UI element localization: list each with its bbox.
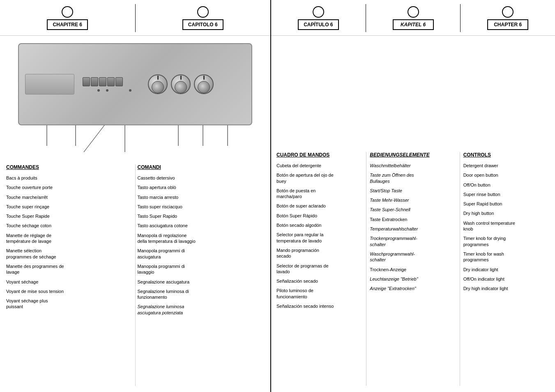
diagram-spacer bbox=[271, 39, 555, 150]
de-item-8: Trockenprogrammwahl-schalter bbox=[370, 235, 456, 247]
spanish-heading: CUADRO DE MANDOS bbox=[276, 152, 363, 158]
col-chapter: CHAPTER 6 bbox=[461, 4, 555, 32]
it-item-5: Tasto Super Rapido bbox=[138, 213, 265, 219]
en-item-4: Super rinse button bbox=[463, 191, 550, 197]
de-item-4: Taste Mehr-Wasser bbox=[370, 197, 456, 203]
dot-2 bbox=[106, 89, 108, 92]
circle-icon-3 bbox=[313, 6, 324, 18]
capitolo-label: CAPITOLO 6 bbox=[182, 19, 223, 30]
svg-line-2 bbox=[84, 125, 104, 152]
es-item-6: Botón secado algodón bbox=[276, 222, 363, 228]
fr-item-9: Manette des programmes delavage bbox=[6, 263, 133, 275]
it-item-3: Tasto marcia arresto bbox=[138, 194, 265, 200]
de-item-3: Start/Stop Taste bbox=[370, 188, 456, 194]
washer-knobs bbox=[148, 74, 214, 94]
it-item-12: Segnalazione luminosaasciugatura potenzi… bbox=[138, 304, 265, 316]
en-item-1: Detergent drawer bbox=[463, 163, 550, 168]
de-item-12: Anzeige "Extratrocken" bbox=[370, 286, 456, 291]
knob-indicator-2 bbox=[180, 76, 182, 80]
italian-column: COMANDI Cassetto detersivo Tasto apertur… bbox=[136, 164, 267, 386]
italian-heading: COMANDI bbox=[138, 164, 265, 170]
dot-1 bbox=[97, 89, 100, 92]
english-heading: CONTROLS bbox=[463, 152, 550, 158]
knob-1 bbox=[148, 74, 168, 94]
circle-icon-2 bbox=[197, 6, 209, 18]
capitulo-label: CAPÍTULO 6 bbox=[298, 19, 339, 30]
es-item-10: Señalización secado bbox=[276, 278, 363, 284]
it-item-6: Tasto asciugatura cotone bbox=[138, 223, 265, 228]
french-heading: COMMANDES bbox=[6, 164, 133, 170]
de-item-11: Leuchtanzeige "Betrieb" bbox=[370, 276, 456, 282]
french-column: COMMANDES Bacs à produits Touche ouvertu… bbox=[4, 164, 136, 386]
de-item-10: Trocknen-Anzeige bbox=[370, 267, 456, 272]
fr-item-12: Voyant séchage pluspuissant bbox=[6, 298, 133, 310]
de-item-7: Temperaturwahlschalter bbox=[370, 226, 456, 232]
es-item-5: Botón Super Rápido bbox=[276, 213, 363, 219]
fr-item-1: Bacs à produits bbox=[6, 175, 133, 181]
washer-btn-3 bbox=[99, 77, 106, 86]
washer-diagram-area bbox=[0, 39, 270, 158]
washer-buttons-panel bbox=[83, 77, 123, 92]
knob-inner-3 bbox=[198, 81, 210, 93]
english-column: CONTROLS Detergent drawer Door open butt… bbox=[460, 152, 553, 386]
fr-item-3: Touche marche/arrêt bbox=[6, 194, 133, 200]
de-item-6: Taste Extratrocken bbox=[370, 217, 456, 222]
en-item-8: Timer knob for dryingprogrammes bbox=[463, 235, 550, 247]
chapitre-label: CHAPITRE 6 bbox=[47, 19, 88, 30]
fr-item-11: Voyant de mise sous tension bbox=[6, 288, 133, 294]
spanish-column: CUADRO DE MANDOS Cubeta del detergente B… bbox=[273, 152, 366, 386]
washer-drawer bbox=[25, 74, 74, 95]
en-item-3: Off/On button bbox=[463, 182, 550, 188]
washer-btn-4 bbox=[107, 77, 115, 86]
en-item-9: Timer knob for washprogrammes bbox=[463, 251, 550, 263]
circle-icon-1 bbox=[62, 6, 73, 18]
controls-area: COMMANDES Bacs à produits Touche ouvertu… bbox=[0, 162, 270, 388]
de-item-2: Taste zum Öffnen desBullauges bbox=[370, 172, 456, 184]
chapter-label: CHAPTER 6 bbox=[487, 19, 528, 30]
col-chapitre: CHAPITRE 6 bbox=[0, 4, 136, 32]
washer-btn-1 bbox=[83, 77, 90, 86]
es-item-3: Botón de puesta enmarcha/paro bbox=[276, 188, 363, 200]
col-capitolo: CAPITOLO 6 bbox=[136, 4, 271, 32]
de-item-5: Taste Super-Schnell bbox=[370, 207, 456, 212]
it-item-9: Manopola programmi dilavaggio bbox=[138, 263, 265, 275]
fr-item-4: Touche super rinçage bbox=[6, 204, 133, 210]
it-item-8: Manopola programmi diasciugatura bbox=[138, 248, 265, 260]
knob-indicator-1 bbox=[157, 76, 159, 80]
en-item-5: Super Rapid button bbox=[463, 201, 550, 207]
it-item-4: Tasto super risciacquo bbox=[138, 204, 265, 210]
es-item-11: Piloto luminoso defuncionamiento bbox=[276, 288, 363, 300]
fr-item-5: Touche Super Rapide bbox=[6, 213, 133, 219]
fr-item-10: Voyant séchage bbox=[6, 279, 133, 285]
indicator-dot bbox=[129, 89, 131, 92]
de-item-1: Waschmittelbehälter bbox=[370, 163, 456, 168]
circle-icon-4 bbox=[408, 6, 419, 18]
german-heading: BEDIENUNGSELEMENTE bbox=[370, 152, 456, 158]
knob-inner-2 bbox=[175, 81, 187, 93]
it-item-1: Cassetto detersivo bbox=[138, 175, 265, 181]
en-item-12: Dry high indicator light bbox=[463, 286, 550, 291]
knob-2 bbox=[171, 74, 191, 94]
it-item-11: Segnalazione luminosa difunzionamento bbox=[138, 288, 265, 300]
german-column: BEDIENUNGSELEMENTE Waschmittelbehälter T… bbox=[366, 152, 460, 386]
washer-btn-5 bbox=[115, 77, 123, 86]
circle-icon-5 bbox=[502, 6, 514, 18]
it-item-7: Manopola di regolazionedella temperatura… bbox=[138, 233, 265, 244]
fr-item-8: Manette sélectionprogrammes de séchage bbox=[6, 248, 133, 260]
dot-row bbox=[97, 89, 108, 92]
knob-3 bbox=[194, 74, 214, 94]
washer-btn-2 bbox=[91, 77, 98, 86]
es-item-8: Mando programaciónsecado bbox=[276, 247, 363, 259]
button-row-1 bbox=[83, 77, 123, 86]
right-headers: CAPÍTULO 6 KAPITEL 6 CHAPTER 6 bbox=[271, 4, 555, 36]
en-item-2: Door open button bbox=[463, 172, 550, 178]
en-item-10: Dry indicator light bbox=[463, 267, 550, 272]
es-item-4: Botón de super aclarado bbox=[276, 203, 363, 209]
right-content: CUADRO DE MANDOS Cubeta del detergente B… bbox=[271, 150, 555, 388]
fr-item-2: Touche ouverture porte bbox=[6, 184, 133, 190]
col-capitulo: CAPÍTULO 6 bbox=[271, 4, 366, 32]
es-item-12: Señalización secado intenso bbox=[276, 303, 363, 309]
knob-indicator-3 bbox=[203, 76, 205, 80]
es-item-1: Cubeta del detergente bbox=[276, 163, 363, 168]
es-item-2: Botón de apertura del ojo debuey bbox=[276, 172, 363, 184]
